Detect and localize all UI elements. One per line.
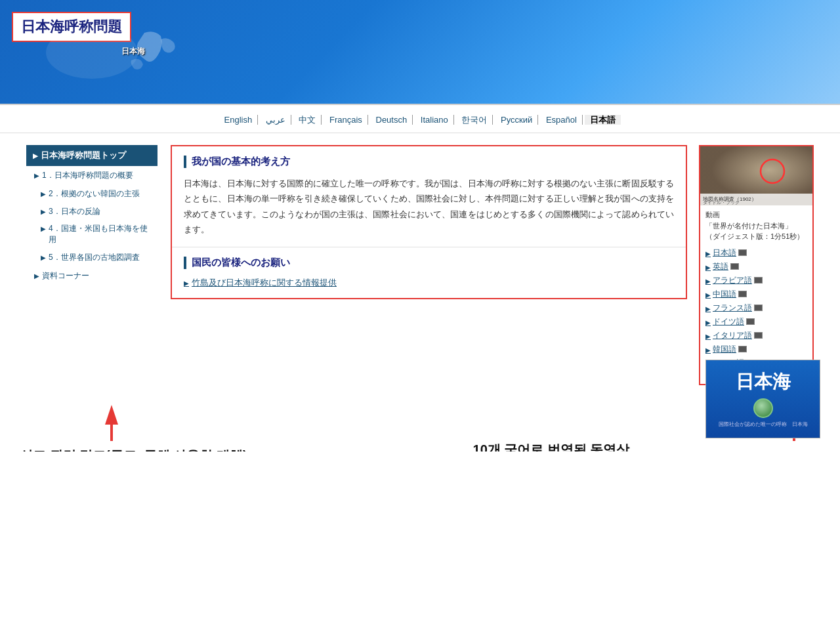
sidebar-subitem-2[interactable]: ▶ 2．根拠のない韓国の主張 [26, 185, 158, 203]
video-lang-arabic[interactable]: ▶ アラビア語 [700, 274, 812, 287]
sidebar-top-item[interactable]: ▶ 日本海呼称問題トップ [26, 145, 158, 166]
video-lang-chinese[interactable]: ▶ 中国語 [700, 287, 812, 301]
annotation-left-text: 신고 관련 링크(독도, 동해 사용한 매체) [20, 447, 282, 452]
film-icon-5 [754, 304, 763, 311]
link-triangle-icon: ▶ [184, 280, 189, 287]
lang-tri-3: ▶ [705, 278, 711, 285]
video-lang-german[interactable]: ▶ ドイツ語 [700, 315, 812, 329]
book-cover: 日本海 国際社会が認めた唯一の呼称 日本海 [705, 360, 820, 438]
left-arrow-group [20, 405, 282, 443]
japan-sea-label: 日本海 [121, 46, 145, 57]
film-icon-8 [738, 346, 747, 352]
triangle-icon-6: ▶ [34, 272, 39, 281]
section-basic-policy: 我が国の基本的考え方 日本海は、日本海に対する国際的に確立した唯一の呼称です。我… [172, 146, 686, 247]
right-sidebar: 地図名称調査（1902） タイトル・ブック 動画「世界が名付けた日本海」（ダイジ… [699, 145, 814, 393]
film-icon-6 [746, 318, 755, 325]
lang-tri-5: ▶ [705, 305, 711, 312]
arrow-down-1 [98, 405, 125, 443]
sidebar-item-1[interactable]: ▶ 1．日本海呼称問題の概要 [26, 166, 158, 185]
header-banner: 日本海呼称問題 日本海 [0, 0, 840, 105]
lang-italian[interactable]: Italiano [415, 115, 454, 125]
video-lang-japanese[interactable]: ▶ 日本語 [700, 246, 812, 260]
sidebar-subitem-4[interactable]: ▶ 4．国連・米国も日本海を使用 [26, 220, 158, 249]
video-thumb-image: 地図名称調査（1902） タイトル・ブック [700, 146, 812, 205]
lang-arabic[interactable]: عربي [261, 115, 291, 125]
film-icon-4 [738, 291, 747, 297]
film-icon-2 [730, 263, 739, 270]
lang-chinese[interactable]: 中文 [293, 115, 322, 125]
lang-korean[interactable]: 한국어 [456, 115, 493, 125]
triangle-icon-5: ▶ [41, 253, 46, 262]
lang-tri-2: ▶ [705, 264, 711, 271]
lang-french[interactable]: Français [324, 115, 368, 125]
triangle-icon-4: ▶ [41, 224, 46, 234]
lang-tri-8: ▶ [705, 346, 711, 354]
sidebar-subitem-3[interactable]: ▶ 3．日本の反論 [26, 203, 158, 220]
svg-text:タイトル・ブック: タイトル・ブック [703, 200, 740, 205]
section2-link[interactable]: ▶ 竹島及び日本海呼称に関する情報提供 [184, 277, 674, 289]
lang-japanese[interactable]: 日本語 [585, 115, 621, 125]
video-lang-italian[interactable]: ▶ イタリア語 [700, 329, 812, 343]
lang-tri-4: ▶ [705, 291, 711, 299]
video-box: 地図名称調査（1902） タイトル・ブック 動画「世界が名付けた日本海」（ダイジ… [699, 145, 814, 385]
book-globe-icon [753, 398, 773, 418]
main-container: ▶ 日本海呼称問題トップ ▶ 1．日本海呼称問題の概要 ▶ 2．根拠のない韓国の… [7, 133, 833, 393]
section1-body: 日本海は、日本海に対する国際的に確立した唯一の呼称です。我が国は、日本海の呼称に… [184, 176, 674, 238]
annotation-center-text: 10개 국어로 번역된 동영상 [473, 441, 630, 452]
lang-english[interactable]: English [219, 115, 259, 125]
video-lang-korean[interactable]: ▶ 韓国語 [700, 343, 812, 356]
language-nav: English عربي 中文 Français Deutsch Italian… [0, 105, 840, 133]
section2-title: 国民の皆様へのお願い [184, 257, 674, 269]
lang-tri-1: ▶ [705, 250, 711, 257]
sidebar-item-resources[interactable]: ▶ 資料コーナー [26, 266, 158, 285]
triangle-icon-2: ▶ [41, 190, 46, 199]
lang-spanish[interactable]: Español [541, 115, 583, 125]
book-title: 日本海 [736, 369, 791, 394]
lang-german[interactable]: Deutsch [371, 115, 413, 125]
lang-tri-7: ▶ [705, 333, 711, 340]
thumb-svg: 地図名称調査（1902） タイトル・ブック [700, 146, 812, 205]
left-annotation-area: 신고 관련 링크(독도, 동해 사용한 매체) [20, 405, 282, 452]
svg-marker-7 [105, 405, 118, 441]
content-box: 我が国の基本的考え方 日本海は、日本海に対する国際的に確立した唯一の呼称です。我… [171, 145, 687, 299]
triangle-icon-3: ▶ [41, 207, 46, 217]
lang-russian[interactable]: Русский [495, 115, 538, 125]
video-description: 動画「世界が名付けた日本海」（ダイジェスト版：1分51秒） [700, 205, 812, 246]
film-icon-3 [754, 277, 763, 284]
section-public-request: 国民の皆様へのお願い ▶ 竹島及び日本海呼称に関する情報提供 [172, 247, 686, 298]
triangle-icon: ▶ [33, 152, 38, 159]
section1-title: 我が国の基本的考え方 [184, 156, 674, 168]
video-thumbnail[interactable]: 地図名称調査（1902） タイトル・ブック [700, 146, 812, 205]
film-icon-1 [738, 249, 747, 256]
arrow-svg-1 [98, 405, 125, 441]
content-area: 我が国の基本的考え方 日本海は、日本海に対する国際的に確立した唯一の呼称です。我… [171, 145, 687, 393]
book-subtitle: 国際社会が認めた唯一の呼称 日本海 [719, 421, 808, 428]
video-lang-french[interactable]: ▶ フランス語 [700, 301, 812, 315]
film-icon-7 [754, 332, 763, 339]
video-lang-english[interactable]: ▶ 英語 [700, 260, 812, 274]
sidebar: ▶ 日本海呼称問題トップ ▶ 1．日本海呼称問題の概要 ▶ 2．根拠のない韓国の… [26, 145, 158, 393]
triangle-icon-1: ▶ [34, 171, 39, 180]
lang-tri-6: ▶ [705, 319, 711, 326]
sidebar-subitem-5[interactable]: ▶ 5．世界各国の古地図調査 [26, 249, 158, 266]
